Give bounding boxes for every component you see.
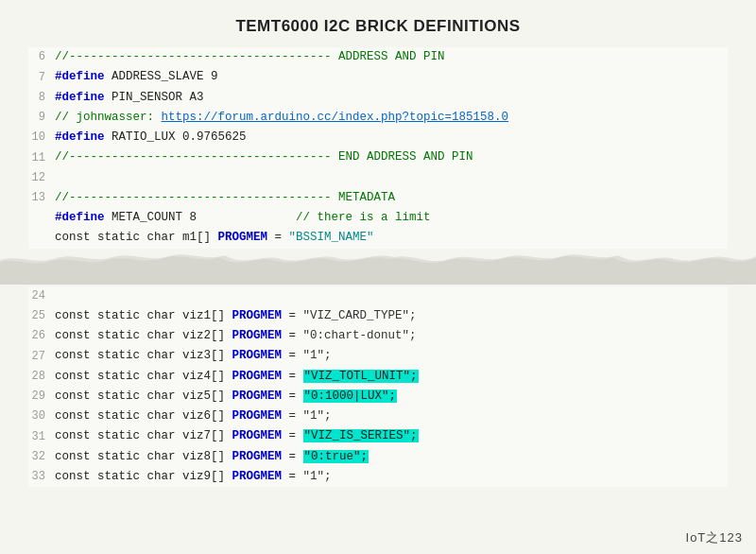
highlight-viz5: "0:1000|LUX"; xyxy=(303,390,398,403)
line-num: 31 xyxy=(28,427,55,446)
line-content: #define RATIO_LUX 0.9765625 xyxy=(55,128,728,147)
line-content: const static char viz2[] PROGMEM = "0:ch… xyxy=(55,326,728,346)
line-num: 28 xyxy=(28,367,55,386)
line-num: 11 xyxy=(28,148,55,167)
line-content: //------------------------------------- … xyxy=(55,47,728,67)
watermark: IoT之123 xyxy=(686,529,743,546)
line-content: const static char viz4[] PROGMEM = "VIZ_… xyxy=(55,367,728,387)
line-num: 6 xyxy=(28,47,55,66)
line-num: 7 xyxy=(28,68,55,87)
code-section-top: 6 //------------------------------------… xyxy=(28,47,728,249)
line-content: const static char viz6[] PROGMEM = "1"; xyxy=(55,407,728,426)
line-num: 9 xyxy=(28,108,55,127)
code-line-27: 27 const static char viz3[] PROGMEM = "1… xyxy=(28,346,728,366)
line-num: 26 xyxy=(28,326,55,345)
code-line-29: 29 const static char viz5[] PROGMEM = "0… xyxy=(28,387,728,407)
code-line-25: 25 const static char viz1[] PROGMEM = "V… xyxy=(28,306,728,326)
code-line-meta: #define META_COUNT 8 // there is a limit xyxy=(28,208,728,228)
code-line-30: 30 const static char viz6[] PROGMEM = "1… xyxy=(28,407,728,426)
code-line-12: 12 xyxy=(28,168,728,188)
code-line-13: 13 //-----------------------------------… xyxy=(28,188,728,208)
line-num: 8 xyxy=(28,88,55,107)
line-content: const static char viz1[] PROGMEM = "VIZ_… xyxy=(55,306,728,326)
line-content: //------------------------------------- … xyxy=(55,147,728,167)
line-num: 30 xyxy=(28,407,55,425)
code-line-8: 8 #define PIN_SENSOR A3 xyxy=(28,88,728,108)
line-content: #define META_COUNT 8 // there is a limit xyxy=(55,208,728,228)
line-num: 27 xyxy=(28,347,55,366)
code-line-26: 26 const static char viz2[] PROGMEM = "0… xyxy=(28,326,728,346)
highlight-viz7: "VIZ_IS_SERIES"; xyxy=(303,429,419,442)
code-line-9: 9 // johnwasser: https://forum.arduino.c… xyxy=(28,108,728,128)
torn-divider xyxy=(0,251,756,285)
line-content xyxy=(55,286,728,306)
code-line-33: 33 const static char viz9[] PROGMEM = "1… xyxy=(28,467,728,487)
line-num: 12 xyxy=(28,168,55,187)
page-title: TEMT6000 I2C BRICK DEFINITIONS xyxy=(0,0,756,47)
line-content: #define PIN_SENSOR A3 xyxy=(55,88,728,108)
line-content: const static char viz8[] PROGMEM = "0:tr… xyxy=(55,447,728,467)
code-line-torn: const static char m1[] PROGMEM = "BSSIM_… xyxy=(28,228,728,248)
forum-link[interactable]: https://forum.arduino.cc/index.php?topic… xyxy=(162,111,509,124)
line-num: 33 xyxy=(28,467,55,486)
code-line-31: 31 const static char viz7[] PROGMEM = "V… xyxy=(28,426,728,446)
code-line-10: 10 #define RATIO_LUX 0.9765625 xyxy=(28,128,728,147)
highlight-viz8: "0:true"; xyxy=(303,450,369,463)
line-num: 13 xyxy=(28,188,55,207)
line-content: const static char m1[] PROGMEM = "BSSIM_… xyxy=(55,228,728,248)
line-num: 10 xyxy=(28,128,55,147)
line-num: 29 xyxy=(28,387,55,406)
line-content xyxy=(55,168,728,188)
line-num: 25 xyxy=(28,306,55,325)
line-content: const static char viz5[] PROGMEM = "0:10… xyxy=(55,387,728,407)
code-section-bottom: 24 25 const static char viz1[] PROGMEM =… xyxy=(28,286,728,488)
line-content: #define ADDRESS_SLAVE 9 xyxy=(55,67,728,87)
line-content: const static char viz7[] PROGMEM = "VIZ_… xyxy=(55,426,728,446)
line-content: // johnwasser: https://forum.arduino.cc/… xyxy=(55,108,728,128)
line-num: 24 xyxy=(28,286,55,305)
line-content: const static char viz9[] PROGMEM = "1"; xyxy=(55,467,728,487)
highlight-viz4: "VIZ_TOTL_UNIT"; xyxy=(303,370,419,383)
code-line-28: 28 const static char viz4[] PROGMEM = "V… xyxy=(28,367,728,387)
code-line-7: 7 #define ADDRESS_SLAVE 9 xyxy=(28,67,728,87)
line-num: 32 xyxy=(28,447,55,466)
code-line-32: 32 const static char viz8[] PROGMEM = "0… xyxy=(28,447,728,467)
line-content: //------------------------------------- … xyxy=(55,188,728,208)
code-line-11: 11 //-----------------------------------… xyxy=(28,147,728,167)
code-line-24: 24 xyxy=(28,286,728,306)
line-content: const static char viz3[] PROGMEM = "1"; xyxy=(55,346,728,366)
code-line-6: 6 //------------------------------------… xyxy=(28,47,728,67)
